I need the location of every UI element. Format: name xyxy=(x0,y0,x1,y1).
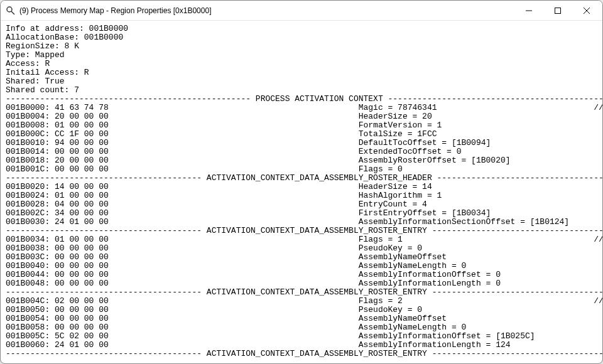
app-icon xyxy=(6,6,16,16)
window-title: (9) Process Memory Map - Region Properti… xyxy=(19,6,514,15)
content-scroll-area[interactable]: Info at address: 001B0000 AllocationBase… xyxy=(1,21,602,363)
maximize-button[interactable] xyxy=(543,1,572,20)
svg-point-0 xyxy=(7,7,12,12)
window-buttons xyxy=(514,1,601,20)
titlebar[interactable]: (9) Process Memory Map - Region Properti… xyxy=(1,1,602,21)
minimize-button[interactable] xyxy=(514,1,543,20)
svg-rect-3 xyxy=(555,8,561,13)
close-button[interactable] xyxy=(572,1,601,20)
svg-line-1 xyxy=(11,11,14,14)
memory-dump-text: Info at address: 001B0000 AllocationBase… xyxy=(1,21,602,363)
app-window: (9) Process Memory Map - Region Properti… xyxy=(0,0,603,364)
